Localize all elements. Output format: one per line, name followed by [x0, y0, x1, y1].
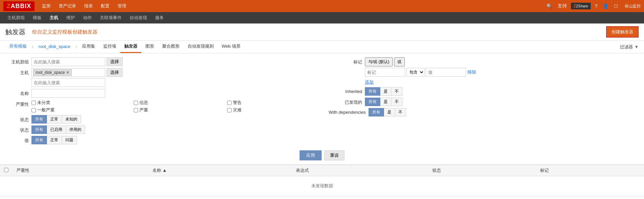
with-deps-no-btn[interactable]: 不	[395, 108, 406, 116]
severity-content: 未分类 信息 警告 一般严重 严重 灾难	[31, 100, 315, 113]
filter-icon[interactable]: ▼	[634, 44, 639, 49]
table-body: 未发现数据	[0, 176, 644, 196]
col-name[interactable]: 名称 ▲	[148, 165, 292, 176]
host-content: root_disk_space ✕ 选择	[31, 68, 315, 87]
nav-hostgroups[interactable]: 主机群组	[3, 13, 29, 23]
select-all-checkbox[interactable]	[4, 168, 8, 172]
with-deps-content: 所有 是 不	[369, 108, 639, 116]
severity-warning[interactable]: 警告	[227, 100, 315, 106]
reset-button[interactable]: 重设	[324, 150, 344, 160]
tag-name-input[interactable]	[365, 68, 405, 77]
tag-value-input[interactable]	[426, 68, 466, 77]
severity-info[interactable]: 信息	[134, 100, 222, 106]
tab-triggers[interactable]: 触发器	[120, 41, 141, 53]
severity-disaster[interactable]: 灾难	[227, 107, 315, 113]
severity-unclassified[interactable]: 未分类	[31, 100, 128, 106]
filter-host-row: 主机 root_disk_space ✕ 选择	[5, 68, 315, 87]
host-select-button[interactable]: 选择	[107, 68, 123, 77]
help-icon[interactable]: ?	[593, 3, 599, 9]
tab-auto-discover[interactable]: 自动发现规则	[184, 41, 218, 53]
tab-graphs[interactable]: 图形	[141, 41, 158, 53]
tab-root-disk-space[interactable]: root_disk_space	[35, 41, 74, 53]
filter-state-row: 状态 所有 正常 未知的	[5, 115, 315, 123]
no-data-cell: 未发现数据	[0, 176, 644, 196]
severity-average[interactable]: 一般严重	[31, 107, 128, 113]
host-group-input[interactable]	[31, 57, 105, 66]
host-group-select-button[interactable]: 选择	[107, 57, 123, 66]
value-problem-btn[interactable]: 问题	[62, 136, 77, 144]
host-tag-remove[interactable]: ✕	[66, 70, 69, 75]
discovered-content: 所有 是 不	[365, 98, 639, 106]
brand-label: 保山监控	[625, 3, 641, 9]
with-deps-yes-btn[interactable]: 是	[384, 108, 395, 116]
severity-high[interactable]: 严重	[134, 107, 222, 113]
host-search-input[interactable]	[31, 78, 105, 87]
tags-and-or-default-btn[interactable]: 与/或 (默认)	[365, 57, 393, 66]
inherited-yes-btn[interactable]: 是	[380, 87, 391, 96]
nav-assets[interactable]: 资产记录	[55, 1, 80, 11]
value-normal-btn[interactable]: 正常	[47, 136, 62, 144]
inherited-content: 所有 是 不	[365, 87, 639, 96]
tags-content: 与/或 (默认) 或 包含 等于 移除 添加	[365, 57, 639, 85]
create-trigger-button[interactable]: 创建触发器	[606, 26, 639, 38]
col-expression: 表达式	[292, 165, 428, 176]
search-icon[interactable]: 🔍	[545, 3, 554, 9]
status-btn-group: 所有 已启用 停用的	[31, 126, 315, 134]
user-icon[interactable]: 👤	[601, 3, 610, 9]
tag-condition-select[interactable]: 包含 等于	[406, 68, 425, 77]
tab-monitor-items[interactable]: 监控项	[99, 41, 120, 53]
discovered-all-btn[interactable]: 所有	[365, 98, 380, 106]
severity-label: 严重性	[5, 100, 29, 107]
tab-all-templates[interactable]: 所有模板	[5, 41, 31, 53]
logout-icon[interactable]: ⬡	[613, 3, 619, 9]
nav-maintenance[interactable]: 维护	[62, 13, 79, 23]
zshare-button[interactable]: ZZShare	[571, 3, 591, 9]
with-deps-label: With dependencies	[329, 108, 366, 115]
tab-web-scenes[interactable]: Web 场景	[218, 41, 245, 53]
sep-1: /	[31, 45, 35, 49]
value-label: 值	[5, 136, 29, 144]
status-disabled-btn[interactable]: 停用的	[66, 126, 85, 134]
nav-hosts[interactable]: 主机	[46, 13, 62, 23]
nav-monitor[interactable]: 监测	[38, 1, 55, 11]
nav-admin[interactable]: 管理	[114, 1, 130, 11]
tag-remove-link[interactable]: 移除	[467, 69, 476, 75]
nav-actions[interactable]: 动作	[79, 13, 96, 23]
name-input[interactable]	[31, 89, 105, 98]
state-unknown-btn[interactable]: 未知的	[62, 115, 81, 123]
value-all-btn[interactable]: 所有	[31, 136, 47, 144]
nav-templates[interactable]: 模板	[29, 13, 46, 23]
tags-or-btn[interactable]: 或	[394, 57, 405, 66]
discovered-no-btn[interactable]: 不	[391, 98, 402, 106]
tag-add-link[interactable]: 添加	[365, 80, 374, 85]
status-all-btn[interactable]: 所有	[31, 126, 47, 134]
nav-discovery[interactable]: 自动发现	[126, 13, 151, 23]
nav-config[interactable]: 配置	[97, 1, 114, 11]
filter-name-row: 名称	[5, 89, 315, 98]
host-group-label: 主机群组	[5, 57, 29, 65]
nav-correvents[interactable]: 关联项事件	[96, 13, 126, 23]
col-checkbox	[0, 165, 12, 176]
with-deps-all-btn[interactable]: 所有	[369, 108, 384, 116]
status-enabled-btn[interactable]: 已启用	[47, 126, 66, 134]
col-severity[interactable]: 严重性	[12, 165, 148, 176]
discovered-yes-btn[interactable]: 是	[380, 98, 391, 106]
logo: ZABBIX	[3, 1, 35, 11]
tab-appsets[interactable]: 应用集	[78, 41, 99, 53]
page-title: 触发器	[5, 28, 25, 37]
value-btn-group: 所有 正常 问题	[31, 136, 315, 144]
state-all-btn[interactable]: 所有	[31, 115, 47, 123]
filter-actions: 应用 重设	[5, 150, 639, 160]
apply-button[interactable]: 应用	[300, 150, 322, 160]
host-tag-chip: root_disk_space ✕	[33, 69, 72, 76]
support-label[interactable]: 支持	[556, 3, 568, 9]
filter-tags-row: 标记 与/或 (默认) 或 包含 等于 移除	[329, 57, 639, 85]
nav-services[interactable]: 服务	[151, 13, 168, 23]
tab-aggregate-graphs[interactable]: 聚合图形	[158, 41, 184, 53]
inherited-all-btn[interactable]: 所有	[365, 87, 380, 96]
inherited-no-btn[interactable]: 不	[391, 87, 402, 96]
nav-reports[interactable]: 报表	[80, 1, 97, 11]
filter-label: 过滤器	[620, 44, 633, 50]
state-btn-group: 所有 正常 未知的	[31, 115, 315, 123]
state-normal-btn[interactable]: 正常	[47, 115, 62, 123]
